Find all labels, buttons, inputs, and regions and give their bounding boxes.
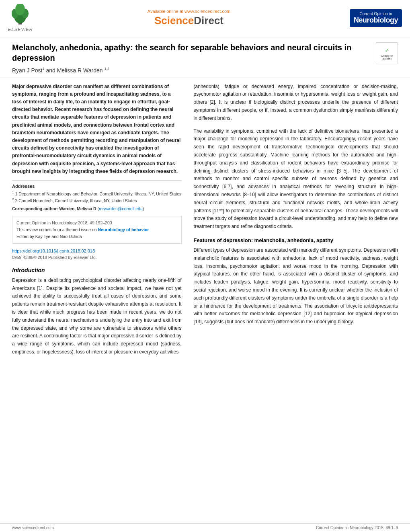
journal-line2: Neurobiology [354, 16, 398, 25]
edited-by: Edited by Kay Tye and Nao Uchida [16, 233, 177, 240]
author2-sup: 1,2 [104, 67, 109, 71]
address-2: 2 2 Cornell Neurotech, Cornell Universit… [12, 197, 182, 204]
author1: Ryan J Post [12, 67, 42, 74]
elsevier-logo: ELSEVIER [8, 4, 56, 32]
direct-text: Direct [194, 14, 223, 27]
check-badge-text: Check for updates [376, 54, 398, 60]
journal-badge-area: Current Opinion in Neurobiology [322, 9, 402, 27]
themed-issue-row: This review comes from a themed issue on… [16, 226, 177, 233]
corresponding-author: Corresponding author: Warden, Melissa R … [12, 206, 182, 211]
website-link[interactable]: www.sciencedirect.com [184, 9, 230, 14]
journal-line1: Current Opinion in [354, 12, 398, 16]
left-column: Major depressive disorder can manifest a… [12, 78, 190, 523]
author-and: and Melissa R Warden [46, 67, 104, 74]
author1-sup: 1 [42, 67, 44, 71]
doi-link[interactable]: https://doi.org/10.1016/j.conb.2018.02.0… [12, 249, 182, 253]
issn-text: 0959-4388/© 2018 Published by Elsevier L… [12, 255, 182, 260]
elsevier-label: ELSEVIER [8, 27, 33, 32]
addresses-title: Addresses [12, 184, 182, 189]
page-footer: www.sciencedirect.com Current Opinion in… [0, 523, 410, 532]
content-area: Major depressive disorder can manifest a… [0, 78, 410, 523]
right-column: (anhedonia), fatigue or decreased energy… [190, 78, 398, 523]
abstract-text: Major depressive disorder can manifest a… [12, 83, 182, 175]
corresponding-name: Warden, Melissa R [59, 206, 96, 211]
corresponding-email[interactable]: mrwarden@cornell.edu [99, 206, 143, 211]
section2-text: Different types of depression are associ… [194, 246, 398, 326]
available-online-text: Available online at www.sciencedirect.co… [56, 9, 322, 14]
sciencedirect-header: Available online at www.sciencedirect.co… [56, 9, 322, 27]
checkmark-icon: ✓ [385, 47, 390, 53]
article-authors: Ryan J Post1 and Melissa R Warden 1,2 [12, 67, 398, 74]
article-header: Melancholy, anhedonia, apathy: the searc… [0, 36, 410, 78]
page-header: ELSEVIER Available online at www.science… [0, 0, 410, 36]
introduction-text: Depression is a debilitating psychologic… [12, 277, 182, 356]
themed-issue-link[interactable]: Neurobiology of behavior [98, 227, 149, 232]
address-1: 1 1 Department of Neurobiology and Behav… [12, 190, 182, 197]
edited-by-text: Edited by Kay Tye and Nao Uchida [16, 234, 82, 239]
doi-section: https://doi.org/10.1016/j.conb.2018.02.0… [12, 249, 182, 260]
addresses-section: Addresses 1 1 Department of Neurobiology… [12, 180, 182, 212]
sciencedirect-logo: ScienceDirect [56, 14, 322, 27]
journal-info-row: Current Opinion in Neurobiology 2018, 49… [16, 220, 177, 226]
footer-journal-pages: Current Opinion in Neurobiology 2018, 49… [316, 526, 398, 530]
science-text: Science [154, 14, 194, 27]
introduction-title: Introduction [12, 267, 182, 273]
corresponding-label: Corresponding author: [12, 206, 58, 211]
review-text: This review comes from a themed issue on [16, 227, 97, 232]
footer-website[interactable]: www.sciencedirect.com [12, 526, 54, 530]
section2-title: Features of depression: melancholia, anh… [194, 237, 398, 243]
journal-badge: Current Opinion in Neurobiology [350, 9, 402, 27]
article-title-row: Melancholy, anhedonia, apathy: the searc… [12, 42, 398, 64]
check-updates-badge: ✓ Check for updates [376, 42, 398, 64]
article-title: Melancholy, anhedonia, apathy: the searc… [12, 42, 372, 63]
info-box: Current Opinion in Neurobiology 2018, 49… [12, 216, 182, 243]
elsevier-tree-icon [8, 4, 32, 26]
page-wrapper: ELSEVIER Available online at www.science… [0, 0, 410, 532]
elsevier-logo-area: ELSEVIER [8, 4, 56, 32]
right-para-1: (anhedonia), fatigue or decreased energy… [194, 83, 398, 123]
right-para-2: The variability in symptoms, combined wi… [194, 127, 398, 231]
